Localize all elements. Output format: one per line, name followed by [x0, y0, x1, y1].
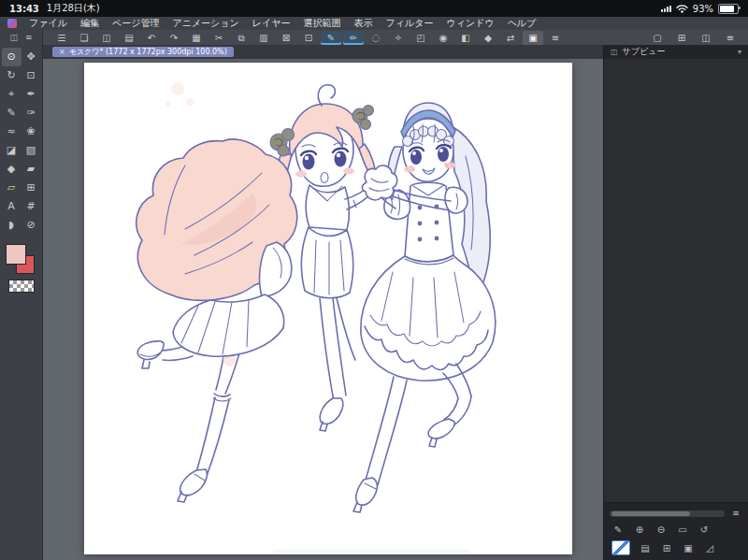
tool-selection[interactable]: ⊡ — [22, 66, 41, 85]
document-tab[interactable]: × モスクワ* (1772 x 1772px 300dpi 100.0%) — [52, 47, 234, 57]
fit-screen-icon[interactable]: ▭ — [676, 524, 689, 535]
clock: 13:43 — [9, 4, 39, 14]
main-menu-icon[interactable]: ☰ — [51, 31, 72, 45]
left-girl — [137, 139, 297, 502]
tool-text[interactable]: A — [2, 197, 22, 216]
tool-zoom[interactable]: ⊙ — [2, 48, 22, 66]
palette-menu-icon[interactable]: ≡ — [25, 33, 33, 42]
lasso-icon[interactable]: ◌ — [366, 31, 386, 45]
menu-filter[interactable]: フィルター — [380, 17, 440, 30]
subview-body — [604, 59, 748, 502]
tool-pen[interactable]: ✒ — [22, 85, 41, 104]
tool-property-icon[interactable]: ▣ — [682, 543, 695, 553]
date: 1月28日(木) — [47, 2, 100, 15]
gradient-icon[interactable]: ◧ — [455, 31, 476, 45]
brush-tool-icon[interactable]: ✏ — [343, 31, 364, 45]
ipad-status-bar: 13:43 1月28日(木) 93% — [0, 0, 748, 17]
menu-layer[interactable]: レイヤー — [246, 17, 297, 30]
subview-title: サブビュー — [623, 46, 666, 58]
fill-icon[interactable]: ◆ — [478, 31, 498, 45]
resize-icon[interactable]: ◿ — [703, 543, 716, 553]
menu-animation[interactable]: アニメーション — [165, 17, 245, 30]
layers-icon[interactable]: ▤ — [639, 543, 652, 553]
tool-balloon[interactable]: ◗ — [2, 216, 22, 235]
page-manager-icon[interactable]: ❏ — [74, 31, 94, 45]
tool-blend[interactable]: ▧ — [22, 141, 41, 160]
wand-icon[interactable]: ✧ — [388, 31, 409, 45]
menu-view[interactable]: 表示 — [348, 17, 380, 30]
menu-edit[interactable]: 編集 — [74, 17, 106, 30]
tool-pencil[interactable]: ✎ — [2, 104, 22, 122]
snap-icon[interactable]: ◉ — [433, 31, 453, 45]
grid-toggle-icon[interactable]: ⊞ — [674, 31, 689, 45]
workspace-icon[interactable]: ≡ — [545, 31, 566, 45]
battery-percent: 93% — [693, 4, 713, 14]
subview-icon: ◫ — [611, 48, 618, 56]
copy-icon[interactable]: ⧉ — [231, 31, 252, 45]
zoom-in-icon[interactable]: ⊕ — [633, 524, 646, 535]
menu-page-manager[interactable]: ページ管理 — [106, 17, 165, 30]
clip-studio-icon[interactable] — [7, 19, 17, 28]
tool-figure[interactable]: ▱ — [2, 179, 22, 197]
command-bar: ☰ ❏ ◫ ▤ ↶ ↷ ▦ ✂ ⧉ ▥ ⊠ ⊡ ✎ ✏ ◌ ✧ ◰ ◉ ◧ ◆ … — [0, 30, 748, 45]
transparent-color-swatch[interactable] — [8, 280, 35, 293]
tool-palette: ◫ ≡ ⊙ ✥ ↻ ⊡ ⌖ ✒ ✎ ✑ ≈ ❀ ◪ ▧ ◆ ▰ ▱ ⊞ A # … — [0, 30, 43, 560]
panel-scrollbar[interactable] — [610, 510, 725, 517]
menu-bar: ファイル 編集 ページ管理 アニメーション レイヤー 選択範囲 表示 フィルター… — [0, 17, 748, 30]
tool-brush[interactable]: ✑ — [22, 104, 41, 122]
sidebar-menu-icon[interactable]: ≡ — [723, 31, 738, 45]
panel-menu-icon[interactable]: ≡ — [729, 509, 742, 518]
pen-tool-icon[interactable]: ✎ — [321, 31, 341, 45]
canvas-surface[interactable] — [84, 63, 572, 554]
tool-airbrush[interactable]: ≈ — [2, 122, 22, 141]
reset-view-icon[interactable]: ↺ — [698, 524, 711, 535]
pages-icon[interactable]: ▤ — [119, 31, 139, 45]
tool-rotate-canvas[interactable]: ↻ — [2, 66, 22, 85]
pen-small-icon[interactable]: ✎ — [611, 524, 625, 535]
materials-icon[interactable]: ⊞ — [660, 543, 673, 553]
menu-window[interactable]: ウィンドウ — [439, 17, 500, 30]
tool-eyedropper[interactable]: ⌖ — [2, 85, 22, 104]
clip-studio-paint-app: 13:43 1月28日(木) 93% ファイル 編集 ページ管理 アニメーション… — [0, 0, 748, 560]
right-sidebar: ◫ サブビュー ▾ ≡ ✎ ⊕ ⊖ ▭ ↺ ▤ ⊞ ▣ ◿ — [603, 45, 748, 560]
grid-icon[interactable]: ▦ — [186, 31, 207, 45]
tool-correction[interactable]: ⊘ — [22, 216, 41, 235]
canvas-settings-icon[interactable]: ◫ — [96, 31, 117, 45]
select-rect-icon[interactable]: ⊡ — [298, 31, 319, 45]
subview-header: ◫ サブビュー ▾ — [604, 45, 748, 59]
tool-move[interactable]: ✥ — [22, 48, 41, 66]
flip-view-icon[interactable]: ⇄ — [500, 31, 521, 45]
menu-file[interactable]: ファイル — [22, 17, 74, 30]
cellular-signal-icon — [661, 5, 671, 12]
horizontal-scrollbar[interactable] — [273, 550, 470, 553]
cut-icon[interactable]: ✂ — [209, 31, 229, 45]
tool-decoration[interactable]: ❀ — [22, 122, 41, 141]
paste-icon[interactable]: ▥ — [253, 31, 274, 45]
canvas-artwork — [84, 63, 572, 554]
subview-toggle-icon[interactable]: ▢ — [650, 31, 665, 45]
close-tab-icon[interactable]: × — [59, 47, 65, 57]
undo-icon[interactable]: ↶ — [141, 31, 162, 45]
main-color-swatch[interactable] — [6, 244, 26, 265]
tool-eraser[interactable]: ◪ — [2, 141, 22, 160]
zoom-out-icon[interactable]: ⊖ — [654, 524, 668, 535]
current-tool-thumbnail[interactable] — [611, 540, 630, 555]
transform-icon[interactable]: ◰ — [410, 31, 431, 45]
redo-icon[interactable]: ↷ — [164, 31, 184, 45]
tool-gradient[interactable]: ▰ — [22, 160, 41, 179]
tab-bar: × モスクワ* (1772 x 1772px 300dpi 100.0%) — [43, 45, 603, 59]
subview-collapse-icon[interactable]: ▾ — [738, 48, 741, 56]
palette-collapse-icon[interactable]: ◫ — [9, 33, 18, 42]
canvas-area — [43, 59, 603, 560]
menu-help[interactable]: ヘルプ — [501, 17, 543, 30]
battery-icon — [718, 4, 739, 14]
layer-panel-icon[interactable]: ▣ — [523, 31, 543, 45]
menu-selection[interactable]: 選択範囲 — [297, 17, 348, 30]
navigator-panel: ≡ ✎ ⊕ ⊖ ▭ ↺ ▤ ⊞ ▣ ◿ — [604, 502, 748, 560]
clear-icon[interactable]: ⊠ — [276, 31, 296, 45]
paint-smudges — [165, 82, 194, 107]
tool-ruler[interactable]: # — [22, 197, 41, 216]
panel-layout-icon[interactable]: ◫ — [698, 31, 713, 45]
tool-frame[interactable]: ⊞ — [22, 179, 41, 197]
tool-fill[interactable]: ◆ — [2, 160, 22, 179]
